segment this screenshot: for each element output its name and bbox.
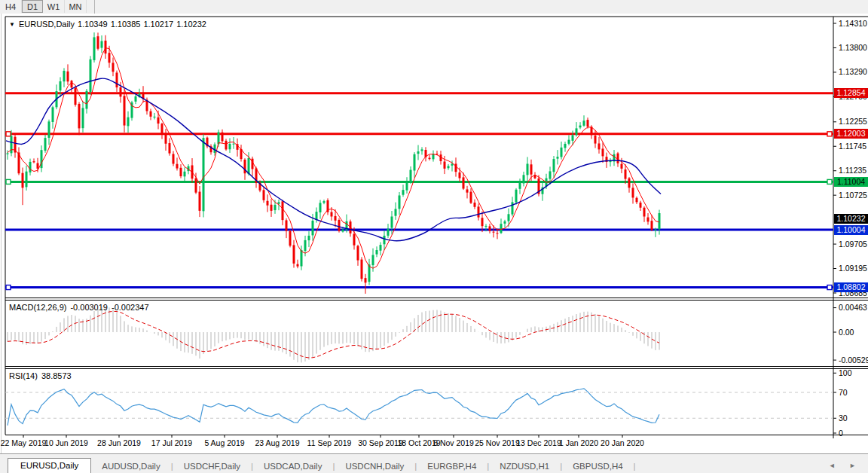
rsi-guides (5, 392, 833, 418)
bull-candle (523, 175, 525, 183)
bull-candle (154, 117, 156, 117)
tab-nzdusd-h1[interactable]: NZDUSD,H1 (489, 459, 560, 473)
bull-candle (90, 60, 92, 92)
bull-candle (127, 117, 130, 127)
bull-candle (659, 213, 661, 229)
bear-candle (632, 188, 634, 197)
bear-candle (338, 220, 341, 231)
bear-candle (157, 117, 160, 124)
current-price-badge: 1.10232 (834, 214, 868, 224)
bull-candle (553, 159, 555, 172)
tab-usdcnh-daily[interactable]: USDCNH,Daily (335, 459, 414, 473)
bull-candle (485, 226, 487, 227)
bear-candle (429, 158, 431, 160)
tab-gbpusd-h4[interactable]: GBPUSD,H4 (562, 459, 633, 473)
bull-candle (515, 190, 518, 203)
svg-text:1.14310: 1.14310 (839, 19, 867, 28)
time-axis: 22 May 201910 Jun 201928 Jun 201917 Jul … (1, 435, 644, 447)
bear-candle (165, 133, 167, 144)
timeframe-button-h4[interactable]: H4 (0, 0, 22, 13)
bear-candle (459, 172, 461, 179)
bull-candle (564, 144, 567, 148)
bear-candle (647, 218, 649, 222)
chart-tabs-bar: EURUSD,DailyAUDUSD,Daily|USDCHF,Daily|US… (0, 453, 868, 473)
bear-candle (466, 189, 469, 192)
macd-name: MACD(12,26,9) (9, 303, 66, 312)
bear-candle (161, 124, 164, 133)
bull-candle (7, 153, 9, 154)
line-anchor-marker (6, 179, 11, 184)
svg-text:0.00463: 0.00463 (839, 303, 867, 312)
chart-window[interactable]: 1.143101.138001.132901.127801.122551.117… (0, 14, 868, 453)
price-level-badge: 1.08802 (834, 282, 868, 292)
bear-candle (124, 96, 126, 125)
bear-candle (478, 206, 480, 217)
svg-text:100: 100 (839, 368, 852, 377)
chart-symbol-label: EURUSD,Daily (19, 20, 75, 29)
bull-candle (29, 162, 32, 172)
bull-candle (406, 183, 408, 191)
bull-candle (448, 166, 450, 168)
tab-audusd-daily[interactable]: AUDUSD,Daily (91, 459, 170, 473)
bull-candle (402, 190, 405, 195)
svg-text:1.10725: 1.10725 (839, 191, 867, 200)
svg-text:30 Sep 2019: 30 Sep 2019 (358, 438, 403, 447)
bear-candle (636, 198, 638, 203)
chart-frame (2, 14, 868, 453)
bear-candle (357, 246, 359, 261)
line-anchor-marker (827, 132, 832, 136)
svg-text:11 Sep 2019: 11 Sep 2019 (307, 438, 352, 447)
svg-text:1.11235: 1.11235 (839, 166, 866, 175)
bull-candle (579, 126, 582, 128)
tab-eurusd-daily[interactable]: EURUSD,Daily (8, 458, 91, 473)
bear-candle (331, 212, 333, 217)
bull-candle (274, 205, 277, 210)
svg-text:17 Jul 2019: 17 Jul 2019 (151, 438, 192, 447)
bear-candle (222, 133, 224, 142)
bull-candle (414, 154, 416, 171)
bear-candle (289, 231, 292, 246)
bear-candle (270, 205, 273, 211)
bear-candle (530, 164, 533, 174)
bear-candle (293, 245, 295, 263)
bear-candle (116, 72, 118, 87)
bull-candle (451, 163, 454, 165)
timeframe-button-mn[interactable]: MN (65, 0, 87, 13)
macd-axis: 0.004630.00-0.005299 (833, 303, 868, 365)
bear-candle (150, 111, 152, 117)
svg-text:1.13800: 1.13800 (839, 43, 867, 52)
bear-candle (176, 164, 179, 169)
bull-candle (48, 121, 50, 138)
tab-usdchf-daily[interactable]: USDCHF,Daily (173, 459, 251, 473)
bull-candle (41, 150, 43, 168)
bear-candle (108, 53, 111, 63)
tab-scroll-arrows[interactable]: ◄ ► (829, 462, 862, 469)
svg-text:0: 0 (839, 429, 843, 438)
bear-candle (365, 278, 367, 282)
bear-candle (78, 104, 81, 128)
bear-candle (534, 175, 536, 179)
ohlc-high: 1.10385 (111, 20, 141, 29)
bear-candle (651, 221, 653, 230)
macd-histogram (8, 307, 659, 362)
bull-candle (60, 81, 62, 90)
timeframe-button-w1[interactable]: W1 (43, 0, 65, 13)
chart-dropdown-icon[interactable]: ▼ (9, 21, 15, 28)
bear-candle (335, 216, 337, 221)
svg-text:70: 70 (839, 388, 848, 397)
tab-usdcad-daily[interactable]: USDCAD,Daily (253, 459, 332, 473)
svg-text:1.09705: 1.09705 (839, 240, 867, 249)
bull-candle (372, 255, 374, 266)
toolbar-divider (94, 0, 95, 14)
bear-candle (587, 120, 589, 127)
bear-candle (22, 173, 24, 188)
bear-candle (282, 201, 284, 220)
bear-candle (112, 63, 115, 72)
bull-candle (576, 128, 578, 135)
tab-eurgbp-h4[interactable]: EURGBP,H4 (417, 459, 487, 473)
bull-candle (312, 221, 314, 235)
svg-text:5 Aug 2019: 5 Aug 2019 (204, 438, 244, 447)
price-chart-canvas[interactable]: 1.143101.138001.132901.127801.122551.117… (0, 14, 868, 453)
bear-candle (361, 260, 363, 279)
timeframe-button-d1[interactable]: D1 (22, 0, 43, 13)
